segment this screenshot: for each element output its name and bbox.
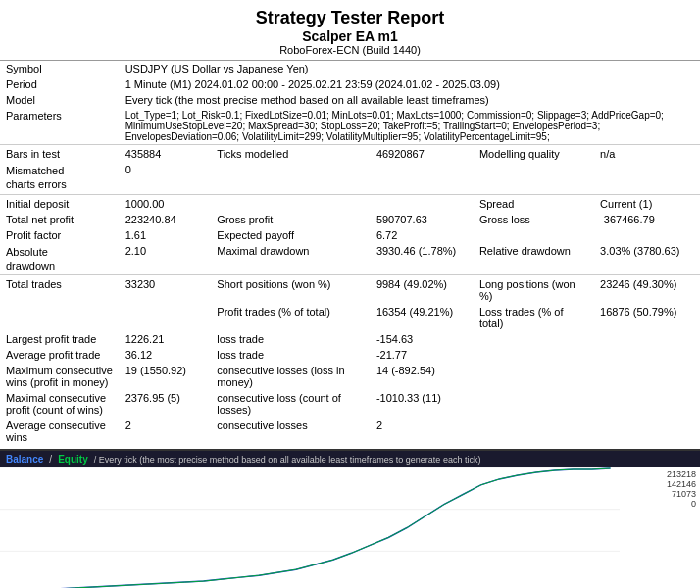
maximal-drawdown-label: Maximal drawdown — [211, 243, 371, 275]
period-value: 1 Minute (M1) 2024.01.02 00:00 - 2025.02… — [120, 76, 700, 92]
modelling-value: n/a — [594, 145, 700, 163]
avg-consec-wins-label: Average consecutive wins — [0, 417, 120, 445]
chart-svg — [0, 467, 620, 588]
largest-loss-label: loss trade — [211, 331, 371, 347]
bars-row: Bars in test 435884 Ticks modelled 46920… — [0, 145, 700, 163]
parameters-row: Parameters Lot_Type=1; Lot_Risk=0.1; Fix… — [0, 108, 700, 145]
modelling-label: Modelling quality — [474, 145, 594, 163]
average-loss-label: loss trade — [211, 347, 371, 363]
maximal-consec-profit-value: 2376.95 (5) — [120, 390, 212, 417]
relative-drawdown-label: Relative drawdown — [474, 243, 594, 275]
symbol-label: Symbol — [0, 61, 120, 76]
stats-table: Symbol USDJPY (US Dollar vs Japanese Yen… — [0, 61, 700, 445]
expected-payoff-label: Expected payoff — [211, 227, 371, 243]
maximal-consec-profit-label: Maximal consecutive profit (count of win… — [0, 390, 120, 417]
profit-factor-row: Profit factor 1.61 Expected payoff 6.72 — [0, 227, 700, 243]
report-header: Strategy Tester Report Scalper EA m1 Rob… — [0, 0, 700, 61]
profit-trades-row: Profit trades (% of total) 16354 (49.21%… — [0, 304, 700, 331]
initial-deposit-label: Initial deposit — [0, 194, 120, 212]
max-consec-wins-value: 19 (1550.92) — [120, 363, 212, 390]
short-positions-value: 9984 (49.02%) — [371, 275, 474, 305]
bars-label: Bars in test — [0, 145, 120, 163]
mismatched-value: 0 — [120, 162, 212, 194]
largest-profit-value: 1226.21 — [120, 331, 212, 347]
total-trades-value: 33230 — [120, 275, 212, 305]
average-loss-value: -21.77 — [371, 347, 474, 363]
legend-desc: / Every tick (the most precise method ba… — [94, 455, 481, 465]
chart-container: 213218 142146 71073 0 — [0, 467, 700, 588]
drawdown-row: Absolutedrawdown 2.10 Maximal drawdown 3… — [0, 243, 700, 275]
profit-factor-label: Profit factor — [0, 227, 120, 243]
maximal-consec-loss-label: consecutive loss (count of losses) — [211, 390, 371, 417]
legend-separator: / — [49, 454, 52, 465]
absolute-drawdown-value: 2.10 — [120, 243, 212, 275]
total-trades-row: Total trades 33230 Short positions (won … — [0, 275, 700, 305]
model-row: Model Every tick (the most precise metho… — [0, 92, 700, 108]
profit-trades-value: 16354 (49.21%) — [371, 304, 474, 331]
gross-profit-label: Gross profit — [211, 212, 371, 227]
spread-value: Current (1) — [594, 194, 700, 212]
average-profit-label: Average profit trade — [0, 347, 120, 363]
avg-consec-losses-value: 2 — [371, 417, 474, 445]
balance-chart — [0, 467, 659, 588]
gross-loss-label: Gross loss — [474, 212, 594, 227]
y-label-mid2: 71073 — [657, 489, 696, 499]
loss-trades-value: 16876 (50.79%) — [594, 304, 700, 331]
mismatched-label: Mismatchedcharts errors — [0, 162, 120, 194]
spread-label: Spread — [474, 194, 594, 212]
total-net-profit-label: Total net profit — [0, 212, 120, 227]
max-consec-losses-value: 14 (-892.54) — [371, 363, 474, 390]
profit-factor-value: 1.61 — [120, 227, 212, 243]
report-subtitle: Scalper EA m1 — [0, 28, 700, 44]
chart-section: Balance / Equity / Every tick (the most … — [0, 449, 700, 588]
expected-payoff-value: 6.72 — [371, 227, 474, 243]
initial-deposit-value: 1000.00 — [120, 194, 212, 212]
chart-legend: Balance / Equity / Every tick (the most … — [0, 451, 700, 467]
absolute-drawdown-label: Absolutedrawdown — [0, 243, 120, 275]
parameters-value: Lot_Type=1; Lot_Risk=0.1; FixedLotSize=0… — [120, 108, 700, 145]
deposit-row: Initial deposit 1000.00 Spread Current (… — [0, 194, 700, 212]
model-value: Every tick (the most precise method base… — [120, 92, 700, 108]
legend-equity-label: Equity — [58, 454, 88, 465]
maximal-drawdown-value: 3930.46 (1.78%) — [371, 243, 474, 275]
maximal-consec-row: Maximal consecutive profit (count of win… — [0, 390, 700, 417]
max-consec-losses-label: consecutive losses (loss in money) — [211, 363, 371, 390]
y-label-bottom: 0 — [657, 499, 696, 509]
report-build: RoboForex-ECN (Build 1440) — [0, 44, 700, 56]
avg-consec-wins-value: 2 — [120, 417, 212, 445]
period-label: Period — [0, 76, 120, 92]
largest-loss-value: -154.63 — [371, 331, 474, 347]
avg-consec-row: Average consecutive wins 2 consecutive l… — [0, 417, 700, 445]
largest-profit-label: Largest profit trade — [0, 331, 120, 347]
y-label-mid1: 142146 — [657, 479, 696, 489]
largest-trade-row: Largest profit trade 1226.21 loss trade … — [0, 331, 700, 347]
chart-y-labels: 213218 142146 71073 0 — [657, 467, 698, 511]
period-row: Period 1 Minute (M1) 2024.01.02 00:00 - … — [0, 76, 700, 92]
bars-value: 435884 — [120, 145, 212, 163]
symbol-row: Symbol USDJPY (US Dollar vs Japanese Yen… — [0, 61, 700, 76]
parameters-label: Parameters — [0, 108, 120, 145]
total-net-profit-value: 223240.84 — [120, 212, 212, 227]
gross-loss-value: -367466.79 — [594, 212, 700, 227]
avg-consec-losses-label: consecutive losses — [211, 417, 371, 445]
profit-trades-label: Profit trades (% of total) — [211, 304, 371, 331]
long-positions-label: Long positions (won %) — [474, 275, 594, 305]
max-consec-wins-label: Maximum consecutive wins (profit in mone… — [0, 363, 120, 390]
maximal-consec-loss-value: -1010.33 (11) — [371, 390, 474, 417]
loss-trades-label: Loss trades (% of total) — [474, 304, 594, 331]
relative-drawdown-value: 3.03% (3780.63) — [594, 243, 700, 275]
gross-profit-value: 590707.63 — [371, 212, 474, 227]
report-title: Strategy Tester Report — [0, 8, 700, 28]
average-profit-value: 36.12 — [120, 347, 212, 363]
ticks-label: Ticks modelled — [211, 145, 371, 163]
total-trades-label: Total trades — [0, 275, 120, 305]
net-profit-row: Total net profit 223240.84 Gross profit … — [0, 212, 700, 227]
model-label: Model — [0, 92, 120, 108]
average-trade-row: Average profit trade 36.12 loss trade -2… — [0, 347, 700, 363]
mismatched-row: Mismatchedcharts errors 0 — [0, 162, 700, 194]
short-positions-label: Short positions (won %) — [211, 275, 371, 305]
y-label-top: 213218 — [657, 469, 696, 479]
ticks-value: 46920867 — [371, 145, 474, 163]
symbol-value: USDJPY (US Dollar vs Japanese Yen) — [120, 61, 700, 76]
legend-balance-label: Balance — [6, 454, 43, 465]
